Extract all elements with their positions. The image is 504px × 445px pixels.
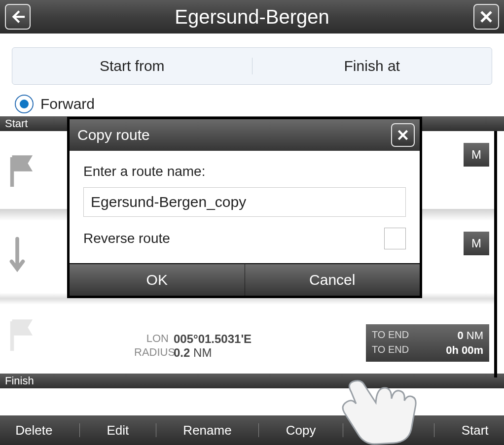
- finish-at-tab[interactable]: Finish at: [252, 58, 492, 74]
- dialog-body: Enter a route name: Reverse route: [70, 151, 420, 263]
- start-from-tab[interactable]: Start from: [12, 58, 252, 74]
- flag-icon: [6, 155, 50, 191]
- radius-key: RADIUS: [134, 346, 169, 360]
- reverse-route-checkbox[interactable]: [384, 228, 406, 249]
- direction-radio-row: Forward: [15, 95, 492, 113]
- route-name-input[interactable]: [83, 187, 406, 217]
- arrow-left-icon: [9, 8, 26, 25]
- to-end-panel: TO END0 NM TO END0h 00m: [366, 324, 489, 362]
- start-button[interactable]: Start: [458, 423, 493, 438]
- action-bar: Delete Edit Rename Copy Export Start: [0, 415, 504, 445]
- close-icon: [396, 129, 409, 141]
- reverse-route-row: Reverse route: [83, 228, 406, 249]
- arrow-down-icon: [6, 234, 50, 280]
- ok-button[interactable]: OK: [70, 263, 245, 296]
- rename-button[interactable]: Rename: [179, 423, 235, 438]
- back-button[interactable]: [5, 4, 31, 30]
- flag-icon: [6, 319, 50, 355]
- edit-button[interactable]: Edit: [103, 423, 133, 438]
- title-bar: Egersund-Bergen: [0, 0, 504, 34]
- cancel-button[interactable]: Cancel: [245, 263, 420, 296]
- dialog-title: Copy route: [77, 127, 150, 143]
- content-area: Start from Finish at Forward: [0, 34, 504, 113]
- toend-time-label: TO END: [372, 344, 409, 357]
- export-button[interactable]: Export: [366, 423, 411, 438]
- waypoint-row-finish[interactable]: LON005°01.5031'E RADIUS0.2 NM TO END0 NM…: [0, 299, 494, 376]
- distance-badge: M: [464, 232, 489, 255]
- start-finish-toggle[interactable]: Start from Finish at: [12, 47, 492, 85]
- toend-time-value: 0h 00m: [446, 344, 483, 357]
- distance-badge: M: [464, 143, 489, 167]
- copy-button[interactable]: Copy: [282, 423, 320, 438]
- reverse-route-label: Reverse route: [83, 231, 170, 246]
- toend-dist-label: TO END: [372, 329, 409, 342]
- dialog-title-bar: Copy route: [70, 119, 420, 151]
- forward-label: Forward: [40, 96, 95, 112]
- dialog-buttons: OK Cancel: [70, 263, 420, 296]
- page-title: Egersund-Bergen: [175, 6, 329, 28]
- copy-route-dialog: Copy route Enter a route name: Reverse r…: [67, 117, 422, 298]
- close-button[interactable]: [473, 4, 499, 30]
- lon-key: LON: [134, 332, 169, 346]
- toend-dist-unit: NM: [467, 329, 483, 342]
- forward-radio[interactable]: [15, 95, 34, 113]
- dialog-close-button[interactable]: [391, 123, 415, 147]
- radio-dot-icon: [20, 100, 29, 108]
- route-name-label: Enter a route name:: [83, 164, 406, 179]
- screen: Egersund-Bergen Start from Finish at For…: [0, 0, 504, 445]
- lon-value: 005°01.5031'E: [174, 332, 252, 346]
- toend-dist-value: 0: [457, 329, 463, 342]
- radius-unit: NM: [193, 346, 212, 359]
- delete-button[interactable]: Delete: [11, 423, 56, 438]
- radius-value: 0.2: [174, 346, 190, 359]
- close-icon: [479, 9, 494, 24]
